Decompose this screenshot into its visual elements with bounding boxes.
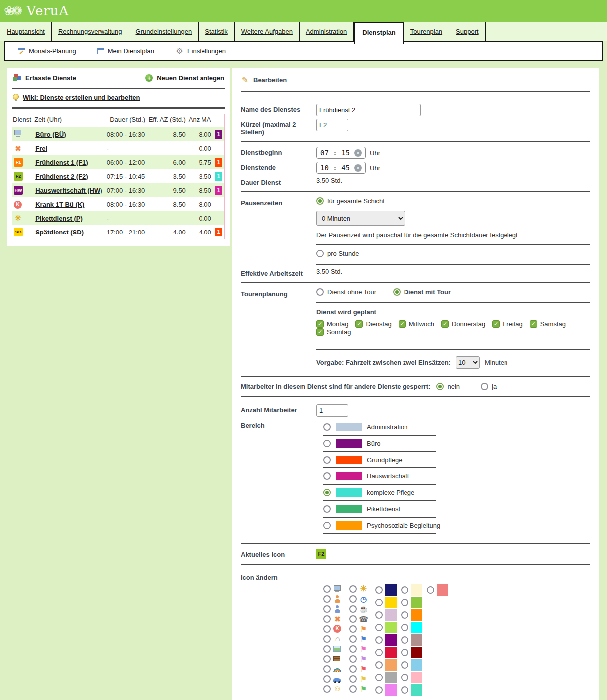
radio-icon-flag-pink-icon[interactable] [349, 645, 357, 653]
tab-administration[interactable]: Administration [300, 22, 354, 41]
radio-icon-flag-violet-icon[interactable] [349, 655, 357, 663]
radio-icon-person-clock-orange-icon[interactable] [323, 595, 331, 603]
fahrzeit-select[interactable]: 10 [456, 356, 480, 369]
radio-bereich-administration[interactable] [323, 423, 331, 431]
tab-hauptansicht[interactable]: Hauptansicht [0, 22, 52, 41]
radio-icon-sick-k-icon[interactable] [323, 625, 331, 633]
radio-color-f08080[interactable] [427, 586, 434, 594]
checkbox-mittwoch[interactable]: ✓ [399, 320, 406, 328]
radio-bereich-komplexe-pflege[interactable] [323, 489, 331, 496]
service-link-sp-tdienst-sd[interactable]: Spätdienst (SD) [35, 229, 84, 236]
radio-icon-flag-green-icon[interactable] [349, 685, 357, 693]
radio-color-f4a460[interactable] [375, 661, 383, 669]
radio-icon-flag-red-icon[interactable] [349, 665, 357, 673]
radio-icon-flag-yellow-icon[interactable] [349, 675, 357, 683]
radio-gesperrt-nein[interactable] [436, 383, 444, 390]
service-link-fr-hdienst-1-f1[interactable]: Frühdienst 1 (F1) [35, 159, 88, 166]
divider [241, 543, 590, 544]
tab-rechnungsverwaltung[interactable]: Rechnungsverwaltung [52, 22, 129, 41]
radio-color-ffb6c1[interactable] [401, 674, 408, 681]
radio-color-87ceeb[interactable] [401, 661, 408, 669]
checkbox-donnerstag[interactable]: ✓ [441, 320, 449, 328]
pause-duration-select[interactable]: 0 Minuten [316, 211, 405, 226]
radio-color-ee82ee[interactable] [375, 686, 383, 694]
service-link-fr-hdienst-2-f2[interactable]: Frühdienst 2 (F2) [35, 173, 88, 180]
radio-color-ffd700[interactable] [375, 599, 383, 606]
radio-color-b08f8f[interactable] [401, 636, 408, 644]
new-service-link[interactable]: Neuen Dienst anlegen [157, 74, 224, 82]
radio-color-800080[interactable] [375, 636, 383, 644]
tab-statistik[interactable]: Statistik [199, 22, 235, 41]
radio-icon-smiley-icon[interactable] [323, 685, 331, 693]
service-eff-cell: 8.00 [188, 127, 213, 141]
radio-color-fdf5d0[interactable] [401, 586, 408, 594]
service-link-pikettdienst-p[interactable]: Pikettdienst (P) [35, 215, 83, 222]
radio-color-00ffff[interactable] [401, 624, 408, 631]
radio-gesperrt-ja[interactable] [481, 383, 488, 390]
radio-color-d8bfd8[interactable] [375, 611, 383, 619]
radio-dienst-ohne-tour[interactable] [316, 288, 324, 296]
radio-icon-x-icon[interactable] [323, 615, 331, 623]
anzahl-mitarbeiter-input[interactable] [316, 404, 348, 417]
radio-icon-rainbow-icon[interactable] [323, 665, 331, 673]
checkbox-sonntag[interactable]: ✓ [316, 328, 324, 336]
radio-icon-flag-orange-icon[interactable] [349, 625, 357, 633]
radio-color-4adec0[interactable] [401, 686, 408, 694]
subnav-item-monats-planung[interactable]: Monats-Planung [18, 47, 76, 55]
subnav-item-mein-dienstplan[interactable]: Mein Dienstplan [97, 47, 154, 55]
radio-bereich-hauswirtschaft[interactable] [323, 472, 331, 480]
clear-time-icon[interactable] [354, 149, 362, 157]
radio-color-191970[interactable] [375, 586, 383, 594]
checkbox-dienstag[interactable]: ✓ [355, 320, 363, 328]
tab-support[interactable]: Support [449, 22, 486, 41]
radio-icon-car-icon[interactable] [323, 675, 331, 683]
checkbox-montag[interactable]: ✓ [316, 320, 324, 328]
wiki-link[interactable]: Wiki: Dienste erstellen und bearbeiten [23, 94, 140, 101]
radio-icon-asterisk-icon[interactable] [349, 585, 357, 593]
pause-option-pro-stunde: pro Stunde [316, 250, 359, 257]
name-input[interactable] [316, 104, 421, 116]
clear-time-icon[interactable] [354, 164, 362, 172]
radio-icon-picture-icon[interactable] [323, 645, 331, 653]
service-zeit-cell: - [105, 141, 147, 155]
kuerzel-input[interactable] [316, 119, 348, 131]
radio-dienst-mit-tour[interactable] [393, 288, 401, 296]
radio-bereich-psychosoziale-begleitung[interactable] [323, 522, 331, 529]
service-link-hausweritschaft-hw[interactable]: Hausweritschaft (HW) [35, 187, 102, 194]
checkbox-samstag[interactable]: ✓ [530, 320, 537, 328]
tab-dienstplan[interactable]: Dienstplan [354, 22, 404, 44]
radio-icon-house-icon[interactable] [323, 635, 331, 643]
radio-icon-alarm-clock-icon[interactable] [349, 595, 357, 603]
radio-bereich-pikettdienst[interactable] [323, 505, 331, 513]
service-link-frei[interactable]: Frei [35, 145, 47, 152]
radio-bereich-grundpflege[interactable] [323, 456, 331, 464]
tab-tourenplan[interactable]: Tourenplan [404, 22, 449, 41]
radio-icon-computer-icon[interactable] [323, 585, 331, 593]
bereich-label: Bereich [241, 420, 316, 429]
dienstende-input[interactable]: 10 : 45 [316, 162, 366, 174]
radio-color-dc143c[interactable] [375, 649, 383, 656]
main-tabs: HauptansichtRechnungsverwaltungGrundeins… [0, 22, 607, 41]
icon-picker-cell [349, 644, 375, 654]
radio-icon-flag-blue-icon[interactable] [349, 635, 357, 643]
dienstbeginn-input[interactable]: 07 : 15 [316, 147, 366, 159]
subnav-item-einstellungen[interactable]: Einstellungen [175, 47, 226, 55]
service-link-krank-1t-b-k[interactable]: Krank 1T Bü (K) [35, 201, 84, 208]
radio-gesamte-schicht[interactable] [316, 197, 324, 205]
radio-icon-person-clock-blue-icon[interactable] [323, 605, 331, 613]
radio-color-a9e24c[interactable] [375, 624, 383, 631]
radio-icon-coffee-cup-icon[interactable] [349, 605, 357, 613]
radio-icon-chest-icon[interactable] [323, 655, 331, 663]
radio-icon-phone-icon[interactable] [349, 615, 357, 623]
radio-pro-stunde[interactable] [316, 250, 324, 257]
radio-color-ff8c00[interactable] [401, 611, 408, 619]
radio-color-8b0000[interactable] [401, 649, 408, 656]
checkbox-freitag[interactable]: ✓ [492, 320, 500, 328]
tab-grundeinstellungen[interactable]: Grundeinstellungen [129, 22, 199, 41]
radio-color-a9a9a9[interactable] [375, 674, 383, 681]
radio-color-8dc63f[interactable] [401, 599, 408, 606]
service-link-b-ro-b[interactable]: Büro (BÜ) [35, 131, 66, 138]
pause-note: Der Pausenzeit wird pauschal für die ges… [316, 232, 590, 239]
radio-bereich-b-ro[interactable] [323, 440, 331, 447]
tab-weitere-aufgaben[interactable]: Weitere Aufgaben [235, 22, 300, 41]
